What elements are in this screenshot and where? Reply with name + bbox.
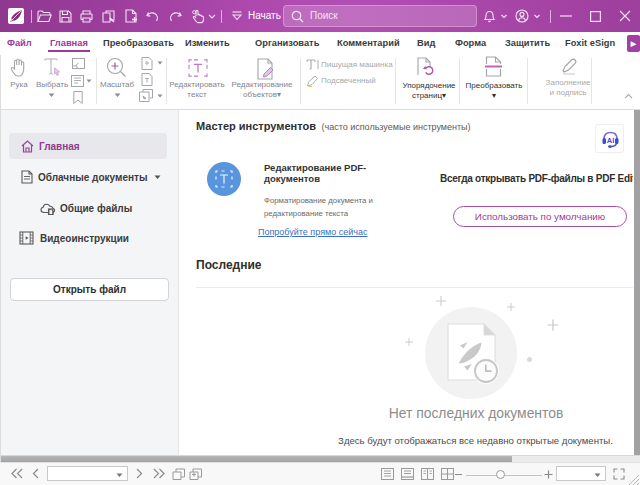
svg-text:AI: AI [607, 136, 615, 145]
